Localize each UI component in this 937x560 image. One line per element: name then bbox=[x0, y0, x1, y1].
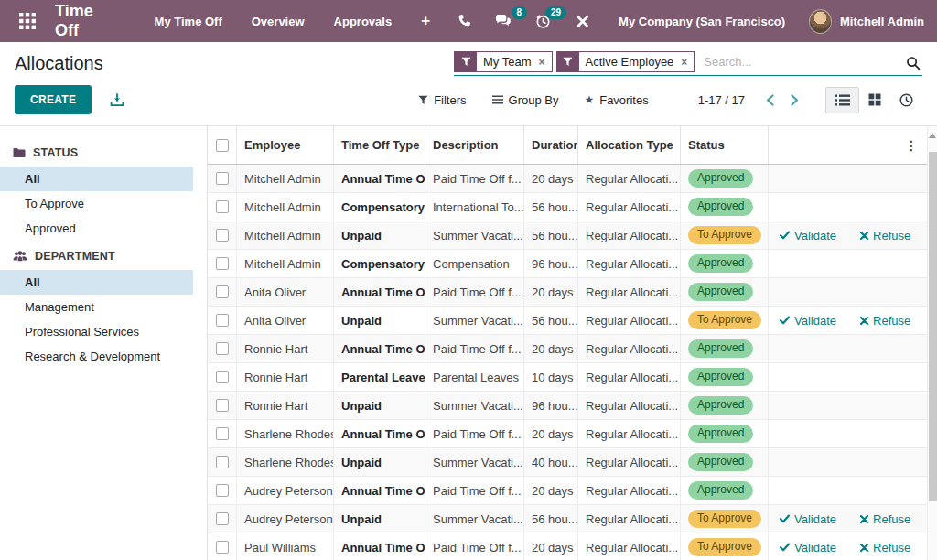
cell-employee: Ronnie Hart bbox=[237, 392, 334, 419]
nav-item-approvals[interactable]: Approvals bbox=[319, 2, 407, 41]
row-checkbox[interactable] bbox=[216, 427, 229, 440]
nav-item-overview[interactable]: Overview bbox=[237, 2, 319, 41]
nav-plus-button[interactable]: + bbox=[406, 3, 445, 39]
group-by-button[interactable]: Group By bbox=[492, 93, 559, 107]
validate-button[interactable]: Validate bbox=[780, 229, 836, 242]
status-badge: Approved bbox=[688, 453, 753, 471]
apps-menu-icon[interactable] bbox=[11, 6, 44, 36]
cell-employee: Ronnie Hart bbox=[237, 335, 334, 362]
row-checkbox[interactable] bbox=[216, 512, 229, 525]
pager-next-icon[interactable] bbox=[784, 91, 805, 110]
refuse-button[interactable]: Refuse bbox=[860, 314, 910, 328]
search-facet: Active Employee× bbox=[556, 51, 695, 72]
sidebar-item-approved[interactable]: Approved bbox=[0, 216, 193, 241]
validate-label: Validate bbox=[794, 314, 836, 328]
nav-item-my-time-off[interactable]: My Time Off bbox=[140, 2, 237, 41]
column-header-employee[interactable]: Employee bbox=[237, 126, 334, 164]
row-checkbox[interactable] bbox=[216, 456, 229, 468]
search-input[interactable] bbox=[698, 52, 900, 71]
cell-description: Paid Time Off f... bbox=[425, 477, 524, 504]
scrollbar[interactable] bbox=[927, 126, 937, 560]
select-all-checkbox[interactable] bbox=[216, 139, 229, 152]
messages-icon[interactable]: 8 bbox=[483, 5, 523, 38]
app-title[interactable]: Time Off bbox=[55, 2, 116, 40]
column-header-time-off-type[interactable]: Time Off Type bbox=[334, 126, 425, 164]
table-row[interactable]: Ronnie HartParental LeavesParental Leave… bbox=[208, 363, 927, 392]
column-header-description[interactable]: Description bbox=[425, 126, 524, 164]
facet-remove-icon[interactable]: × bbox=[538, 52, 552, 71]
table-row[interactable]: Mitchell AdminAnnual Time Of...Paid Time… bbox=[208, 165, 927, 193]
refuse-button[interactable]: Refuse bbox=[860, 541, 910, 555]
favorites-button[interactable]: ★ Favorites bbox=[584, 93, 648, 107]
status-badge: To Approve bbox=[688, 226, 761, 244]
sidebar-item-management[interactable]: Management bbox=[0, 295, 193, 319]
table-row[interactable]: Anita OliverUnpaidSummer Vacati...56 hou… bbox=[208, 307, 927, 335]
row-checkbox[interactable] bbox=[216, 285, 229, 298]
validate-button[interactable]: Validate bbox=[780, 512, 836, 526]
company-switcher[interactable]: My Company (San Francisco) bbox=[619, 15, 785, 28]
cell-status: To Approve bbox=[681, 221, 769, 249]
validate-label: Validate bbox=[794, 541, 836, 555]
column-header-duration[interactable]: Duration bbox=[524, 126, 578, 164]
row-checkbox-cell bbox=[208, 221, 237, 249]
table-row[interactable]: Anita OliverAnnual Time Of...Paid Time O… bbox=[208, 278, 927, 307]
sidebar-item-professional-services[interactable]: Professional Services bbox=[0, 319, 193, 344]
cell-time-off-type: Annual Time Of... bbox=[334, 477, 425, 504]
row-checkbox[interactable] bbox=[216, 541, 229, 554]
row-checkbox[interactable] bbox=[216, 257, 229, 270]
row-checkbox[interactable] bbox=[216, 314, 229, 327]
activity-view-button[interactable] bbox=[890, 86, 922, 114]
row-checkbox[interactable] bbox=[216, 200, 229, 213]
facet-remove-icon[interactable]: × bbox=[680, 52, 694, 71]
cell-status: To Approve bbox=[681, 505, 769, 533]
row-checkbox[interactable] bbox=[216, 172, 229, 185]
cell-employee: Sharlene Rhodes bbox=[237, 420, 334, 447]
column-header-allocation-type[interactable]: Allocation Type bbox=[578, 126, 681, 164]
table-row[interactable]: Mitchell AdminCompensatory ...Internatio… bbox=[208, 193, 927, 221]
row-checkbox[interactable] bbox=[216, 342, 229, 355]
export-icon[interactable] bbox=[106, 90, 128, 111]
refuse-label: Refuse bbox=[873, 229, 910, 242]
avatar[interactable] bbox=[809, 9, 832, 34]
table-row[interactable]: Audrey PetersonAnnual Time Of...Paid Tim… bbox=[208, 477, 927, 505]
table-row[interactable]: Mitchell AdminUnpaidSummer Vacati...56 h… bbox=[208, 221, 927, 250]
cell-description: Summer Vacati... bbox=[425, 307, 524, 334]
filters-button[interactable]: Filters bbox=[418, 93, 466, 107]
validate-button[interactable]: Validate bbox=[780, 314, 836, 328]
table-row[interactable]: Audrey PetersonUnpaidSummer Vacati...56 … bbox=[208, 505, 927, 533]
refuse-button[interactable]: Refuse bbox=[860, 512, 910, 526]
filter-icon bbox=[461, 57, 471, 67]
column-header-status[interactable]: Status bbox=[681, 126, 769, 164]
pager: 1-17 / 17 bbox=[698, 91, 805, 110]
row-checkbox[interactable] bbox=[216, 484, 229, 497]
refuse-button[interactable]: Refuse bbox=[860, 229, 910, 242]
tools-icon[interactable] bbox=[563, 5, 602, 38]
sidebar-item-all[interactable]: All bbox=[0, 167, 193, 191]
cell-status: Approved bbox=[681, 363, 769, 391]
optional-columns-icon[interactable]: ⋮ bbox=[905, 139, 918, 152]
activities-icon[interactable]: 29 bbox=[523, 5, 563, 38]
list-view-button[interactable] bbox=[825, 87, 859, 113]
scrollbar-thumb[interactable] bbox=[929, 152, 937, 501]
row-checkbox[interactable] bbox=[216, 371, 229, 383]
sidebar-item-to-approve[interactable]: To Approve bbox=[0, 191, 193, 216]
sidebar-item-all[interactable]: All bbox=[0, 270, 193, 295]
cell-time-off-type: Compensatory ... bbox=[334, 193, 425, 221]
search-icon[interactable] bbox=[900, 54, 922, 70]
sidebar-item-research-development[interactable]: Research & Development bbox=[0, 344, 193, 369]
table-row[interactable]: Sharlene RhodesAnnual Time Of...Paid Tim… bbox=[208, 420, 927, 448]
validate-button[interactable]: Validate bbox=[780, 541, 836, 555]
table-row[interactable]: Sharlene RhodesUnpaidSummer Vacati...40 … bbox=[208, 448, 927, 477]
pager-prev-icon[interactable] bbox=[759, 91, 781, 110]
table-row[interactable]: Paul WilliamsAnnual Time Of...Paid Time … bbox=[208, 533, 927, 560]
phone-icon[interactable] bbox=[445, 5, 483, 38]
kanban-view-button[interactable] bbox=[859, 86, 890, 113]
row-checkbox[interactable] bbox=[216, 399, 229, 412]
table-row[interactable]: Ronnie HartUnpaidSummer Vacati...96 hou.… bbox=[208, 392, 927, 420]
user-menu[interactable]: Mitchell Admin bbox=[840, 15, 924, 28]
create-button[interactable]: CREATE bbox=[15, 85, 92, 114]
table-row[interactable]: Mitchell AdminCompensatory ...Compensati… bbox=[208, 250, 927, 278]
row-checkbox[interactable] bbox=[216, 229, 229, 242]
table-row[interactable]: Ronnie HartAnnual Time Of...Paid Time Of… bbox=[208, 335, 927, 363]
scrollbar-up-icon[interactable] bbox=[929, 133, 936, 138]
